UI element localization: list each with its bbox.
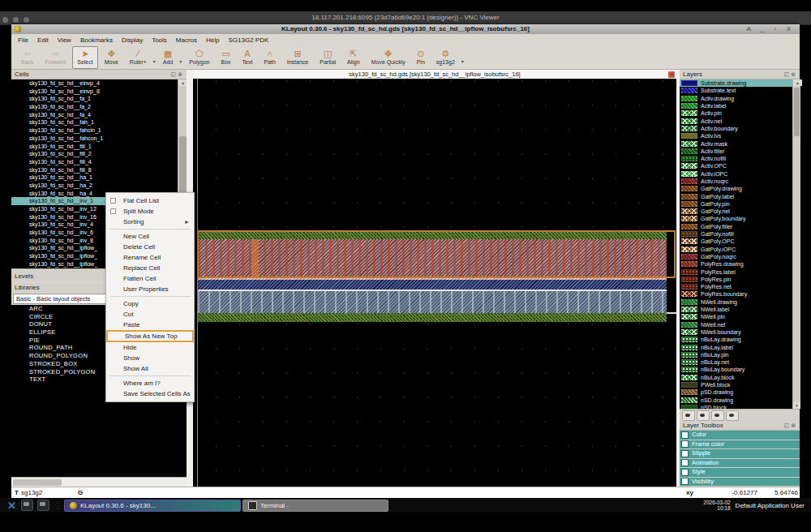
toolbox-float-icon[interactable]: ◱ — [784, 423, 792, 428]
dropdown-caret-icon[interactable]: ▾ — [179, 58, 182, 64]
layer-row[interactable]: PolyRes.boundary — [680, 290, 792, 298]
menu-item-sorting[interactable]: Sorting► — [106, 217, 194, 227]
layer-row[interactable]: Activ.drawing — [680, 95, 792, 102]
cell-item[interactable]: sky130_fd_sc_hd__einvp_4 — [11, 79, 178, 88]
cell-item[interactable]: sky130_fd_sc_hd__fill_2 — [11, 150, 178, 158]
layout-canvas[interactable] — [193, 79, 676, 487]
cells-float-icon[interactable]: ◱ — [171, 71, 178, 77]
layer-row[interactable]: Activ.OPC — [680, 162, 792, 169]
layer-row[interactable]: nBuLay.label — [680, 343, 792, 350]
cell-item[interactable]: sky130_fd_sc_hd__fa_4 — [11, 111, 178, 119]
layers-scrollbar[interactable]: ▲ ▼ — [792, 79, 800, 409]
text-button[interactable]: AText — [238, 46, 258, 69]
cell-item[interactable]: sky130_fd_sc_hd__ha_1 — [11, 174, 178, 182]
cell-item[interactable]: sky130_fd_sc_hd__fahcon_1 — [11, 135, 178, 143]
cell-item[interactable]: sky130_fd_sc_hd__fill_8 — [11, 166, 178, 174]
layer-row[interactable]: nBuLay.pin — [680, 351, 792, 358]
layer-row[interactable]: NWell.boundary — [680, 328, 792, 336]
toolbox-row-frame-color[interactable]: Frame color — [680, 440, 800, 449]
cell-item[interactable]: sky130_fd_sc_hd__fahcin_1 — [11, 127, 178, 135]
move-quickly-button[interactable]: ✥Move Quickly — [367, 46, 410, 69]
layer-row[interactable]: GatPoly.net — [680, 208, 792, 215]
menu-item-new-cell[interactable]: New Cell — [106, 231, 194, 242]
move-button[interactable]: ✥Move — [100, 46, 123, 69]
menu-sg13g2-pdk[interactable]: SG13G2 PDK — [229, 36, 269, 44]
layer-row[interactable]: Activ.net — [680, 117, 792, 124]
layer-row[interactable]: nBuLay.block — [680, 374, 792, 381]
toolbox-close-icon[interactable]: ⊗ — [791, 423, 797, 428]
menu-item-user-properties[interactable]: User Properties — [106, 284, 194, 294]
terminal-launcher-icon[interactable] — [37, 500, 49, 511]
layer-row[interactable]: GatPoly.drawing — [680, 185, 792, 192]
menu-item-hide[interactable]: Hide — [106, 342, 194, 353]
menu-item-replace-cell[interactable]: Replace Cell — [106, 263, 194, 273]
layer-row[interactable]: nSD.drawing — [680, 396, 792, 403]
layer-row[interactable]: NWell.pin — [680, 313, 792, 320]
layer-row[interactable]: Activ.mask — [680, 139, 792, 147]
layer-row[interactable]: nBuLay.net — [680, 358, 792, 366]
scroll-down-icon[interactable]: ▼ — [793, 402, 800, 409]
menu-item-delete-cell[interactable]: Delete Cell — [106, 242, 194, 252]
layer-row[interactable]: GatPoly.iOPC — [680, 246, 792, 253]
layer-row[interactable]: Activ.noqrc — [680, 178, 792, 185]
menu-edit[interactable]: Edit — [37, 36, 49, 44]
menu-item-rename-cell[interactable]: Rename Cell — [106, 252, 194, 263]
menu-item-flatten-cell[interactable]: Flatten Cell — [106, 273, 194, 284]
window-titlebar[interactable]: KLayout 0.30.6 - sky130_fd_sc_hd.gds [sk… — [11, 24, 800, 34]
taskbar-item-klayout[interactable]: KLayout 0.30.6 - sky130... — [64, 500, 241, 512]
layers-close-icon[interactable]: ⊗ — [791, 71, 797, 77]
layer-row[interactable]: PolyRes.drawing — [680, 260, 792, 268]
menu-item-show[interactable]: Show — [106, 353, 194, 363]
path-button[interactable]: ⑃Path — [259, 46, 280, 69]
menu-bookmarks[interactable]: Bookmarks — [80, 36, 113, 44]
layer-row[interactable]: Activ.nofill — [680, 155, 792, 162]
taskbar-item-terminal[interactable]: Terminal - — [242, 500, 388, 512]
sg13g2-button[interactable]: ⚙sg13g2 — [431, 46, 460, 69]
menu-item-show-as-new-top[interactable]: Show As New Top — [106, 330, 194, 342]
layer-row[interactable]: GatPoly.noqrc — [680, 253, 792, 260]
checkbox-icon[interactable] — [681, 431, 689, 439]
select-button[interactable]: ➤Select — [72, 46, 97, 69]
menu-help[interactable]: Help — [206, 36, 219, 44]
layer-row[interactable]: GatPoly.pin — [680, 200, 792, 208]
hide-selected-layers-icon[interactable] — [726, 410, 739, 421]
layers-list[interactable]: Substrate.drawingSubstrate.textActiv.dra… — [680, 79, 792, 409]
cell-item[interactable]: sky130_fd_sc_hd__fill_4 — [11, 158, 178, 166]
layer-row[interactable]: Activ.lvs — [680, 132, 792, 139]
toolbox-row-color[interactable]: Color — [680, 431, 800, 440]
layer-row[interactable]: Substrate.drawing — [680, 79, 792, 87]
layer-row[interactable]: Activ.label — [680, 102, 792, 109]
menu-item-save-selected-cells-as[interactable]: Save Selected Cells As — [106, 388, 194, 399]
layer-row[interactable]: GatPoly.filler — [680, 223, 792, 230]
dropdown-caret-icon[interactable]: ▾ — [461, 58, 464, 64]
layer-row[interactable]: pSD.drawing — [680, 388, 792, 396]
layer-row[interactable]: NWell.drawing — [680, 298, 792, 306]
library-hscroll-thumb[interactable] — [13, 479, 62, 486]
layer-row[interactable]: Substrate.text — [680, 87, 792, 94]
toolbox-row-style[interactable]: Style — [680, 468, 800, 477]
menu-tools[interactable]: Tools — [152, 36, 167, 44]
tab-close-icon[interactable]: ✕ — [668, 71, 675, 78]
layer-row[interactable]: NWell.net — [680, 321, 792, 328]
checkbox-icon[interactable] — [681, 440, 689, 448]
layer-row[interactable]: GatPoly.boundary — [680, 215, 792, 222]
add-button[interactable]: ▦Add — [158, 46, 178, 69]
cell-item[interactable]: sky130_fd_sc_hd__fa_2 — [11, 103, 178, 111]
instance-button[interactable]: ⊞Instance — [282, 46, 313, 69]
polygon-button[interactable]: ⬠Polygon — [184, 46, 214, 69]
menu-item-where-am-i-[interactable]: Where am I? — [106, 378, 194, 388]
menu-view[interactable]: View — [58, 36, 71, 44]
ruler+-button[interactable]: ⁄Ruler+ — [125, 46, 152, 69]
cell-item[interactable]: sky130_fd_sc_hd__fill_1 — [11, 143, 178, 151]
menu-item-cut[interactable]: Cut — [106, 309, 194, 320]
checkbox-icon[interactable] — [110, 198, 116, 204]
toolbox-row-animation[interactable]: Animation — [680, 459, 800, 468]
hide-all-layers-icon[interactable] — [697, 410, 710, 421]
window-controls[interactable]: A _ ▫ X — [747, 24, 795, 34]
toolbox-row-stipple[interactable]: Stipple — [680, 449, 800, 458]
toolbox-row-visibility[interactable]: Visibility — [680, 478, 800, 487]
applications-menu-icon[interactable]: ✕ — [7, 500, 16, 512]
checkbox-icon[interactable] — [681, 469, 689, 476]
cell-item[interactable]: sky130_fd_sc_hd__fa_1 — [11, 95, 178, 103]
layers-float-icon[interactable]: ◱ — [784, 71, 792, 77]
